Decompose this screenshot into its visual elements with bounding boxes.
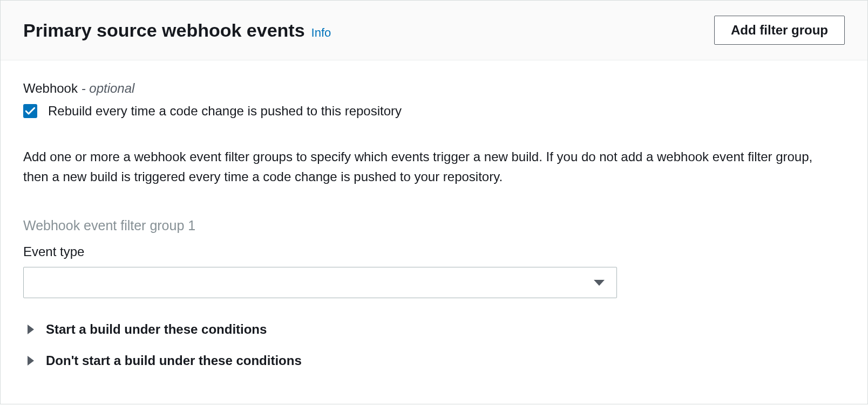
info-link[interactable]: Info [311, 26, 331, 40]
webhook-field-label: Webhook - optional [23, 81, 845, 96]
rebuild-checkbox[interactable] [23, 104, 37, 118]
caret-right-icon [28, 325, 34, 334]
caret-right-icon [28, 356, 34, 366]
webhook-label-text: Webhook [23, 81, 82, 95]
add-filter-group-button[interactable]: Add filter group [714, 16, 845, 45]
event-type-label: Event type [23, 244, 845, 259]
start-conditions-label: Start a build under these conditions [46, 322, 267, 337]
panel-header: Primary source webhook events Info Add f… [1, 1, 867, 60]
checkmark-icon [25, 107, 35, 115]
filter-groups-description: Add one or more a webhook event filter g… [23, 147, 822, 187]
dont-start-conditions-expander[interactable]: Don't start a build under these conditio… [28, 350, 845, 371]
webhook-events-panel: Primary source webhook events Info Add f… [0, 0, 868, 404]
filter-group-heading: Webhook event filter group 1 [23, 218, 845, 233]
panel-title-wrap: Primary source webhook events Info [23, 20, 331, 41]
dont-start-conditions-label: Don't start a build under these conditio… [46, 353, 302, 368]
panel-title: Primary source webhook events [23, 20, 305, 41]
webhook-optional-text: - optional [82, 81, 135, 95]
event-type-select[interactable] [23, 267, 617, 298]
start-conditions-expander[interactable]: Start a build under these conditions [28, 319, 845, 340]
rebuild-checkbox-label[interactable]: Rebuild every time a code change is push… [48, 104, 402, 119]
panel-body: Webhook - optional Rebuild every time a … [1, 60, 867, 404]
caret-down-icon [594, 280, 605, 286]
rebuild-checkbox-row: Rebuild every time a code change is push… [23, 104, 845, 119]
